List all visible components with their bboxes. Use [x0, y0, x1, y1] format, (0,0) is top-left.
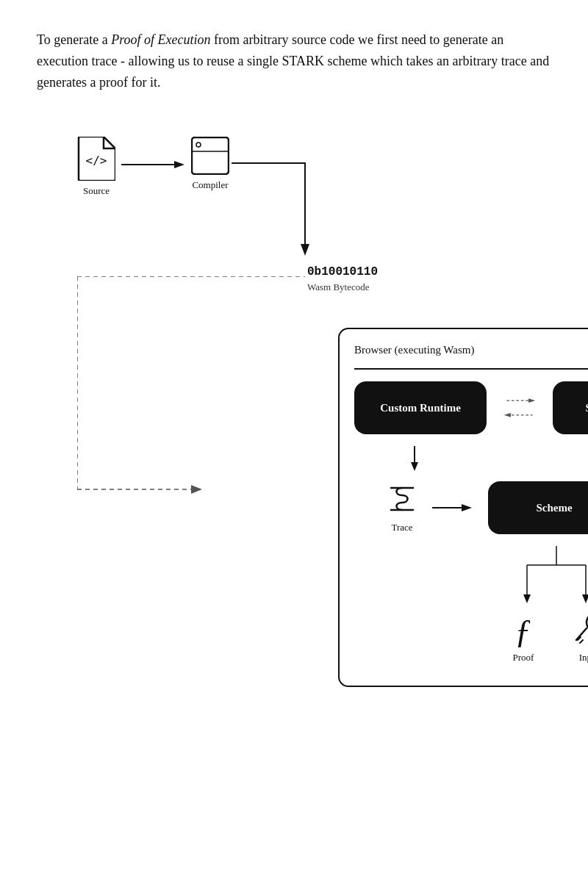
intro-paragraph: To generate a Proof of Execution from ar… — [37, 29, 551, 93]
custom-runtime-label: Custom Runtime — [380, 402, 461, 414]
compiler-label: Compiler — [192, 179, 228, 191]
source-node: </> Source — [77, 137, 115, 197]
svg-marker-6 — [301, 244, 309, 256]
proof-node: ƒ Proof — [509, 611, 538, 664]
inputs-node: Inputs — [575, 611, 588, 664]
trace-label: Trace — [391, 522, 412, 533]
compiler-node: Compiler — [191, 137, 229, 191]
svg-marker-9 — [528, 399, 535, 403]
trace-to-scheme-arrow — [432, 500, 476, 515]
intro-text-before: To generate a — [37, 32, 111, 47]
browser-title: Browser (executing Wasm) — [354, 344, 588, 356]
custom-runtime-node: Custom Runtime — [354, 381, 487, 434]
svg-marker-21 — [582, 594, 588, 603]
sdk-node: SDK — [553, 381, 588, 434]
bytecode-value: 0b10010110 — [307, 265, 378, 278]
source-label: Source — [83, 185, 110, 197]
inputs-label: Inputs — [579, 652, 588, 664]
sdk-label: SDK — [586, 402, 588, 414]
runtime-sdk-row: Custom Runtime SDK — [354, 381, 588, 434]
bytecode-area: 0b10010110 Wasm Bytecode — [307, 265, 378, 293]
svg-text:ƒ: ƒ — [514, 613, 531, 647]
intro-italic: Proof of Execution — [111, 32, 210, 47]
svg-marker-11 — [504, 413, 511, 417]
svg-marker-17 — [462, 504, 472, 511]
svg-line-27 — [580, 640, 583, 643]
dashed-container-outline — [77, 276, 334, 511]
proof-icon: ƒ — [509, 611, 538, 647]
proof-label: Proof — [513, 652, 534, 664]
svg-marker-2 — [174, 161, 184, 168]
trace-icon — [384, 482, 420, 514]
trace-node: Trace — [384, 482, 420, 533]
compiler-turn-arrow — [232, 156, 320, 262]
source-to-compiler-arrow — [121, 157, 187, 175]
svg-marker-20 — [523, 594, 531, 603]
trace-scheme-row: Trace Scheme — [354, 481, 588, 534]
compiler-icon — [191, 137, 229, 175]
browser-box: Browser (executing Wasm) Custom Runtime … — [338, 328, 588, 687]
svg-marker-13 — [411, 462, 418, 471]
source-icon: </> — [77, 137, 115, 181]
svg-marker-7 — [191, 485, 202, 494]
runtime-sdk-arrows — [501, 398, 538, 418]
svg-text:</>: </> — [86, 154, 107, 168]
inputs-icon — [575, 611, 588, 647]
diagram: </> Source Compiler — [37, 122, 551, 769]
svg-line-25 — [576, 628, 587, 640]
svg-point-4 — [196, 143, 201, 147]
scheme-label: Scheme — [536, 502, 572, 514]
scheme-node: Scheme — [488, 481, 588, 534]
bytecode-label: Wasm Bytecode — [307, 281, 378, 293]
scheme-fork-arrow — [354, 546, 588, 608]
runtime-to-trace-arrow — [354, 446, 588, 475]
proof-inputs-row: ƒ Proof Inputs — [354, 611, 588, 664]
